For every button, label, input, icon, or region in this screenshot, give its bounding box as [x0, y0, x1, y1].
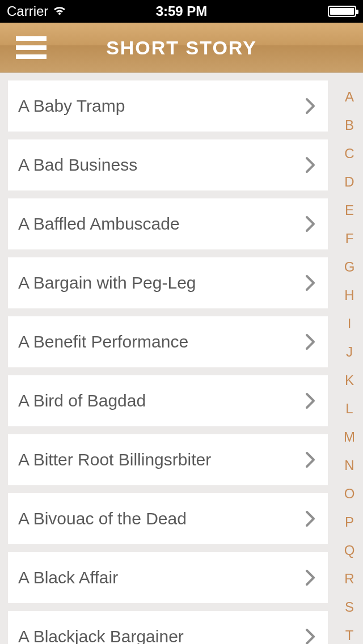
chevron-right-icon — [305, 392, 315, 409]
list-item[interactable]: A Baby Tramp — [8, 80, 328, 132]
list-item[interactable]: A Baffled Ambuscade — [8, 198, 328, 249]
index-letter[interactable]: S — [345, 593, 354, 621]
list-item[interactable]: A Bad Business — [8, 139, 328, 190]
index-letter[interactable]: O — [344, 480, 355, 508]
index-letter[interactable]: L — [345, 395, 353, 423]
chevron-right-icon — [305, 156, 315, 173]
chevron-right-icon — [305, 569, 315, 586]
list-item[interactable]: A Bivouac of the Dead — [8, 493, 328, 544]
battery-icon — [328, 6, 356, 17]
status-right — [323, 6, 356, 17]
list-item-label: A Bird of Bagdad — [18, 391, 146, 410]
list-item[interactable]: A Black Affair — [8, 552, 328, 603]
hamburger-icon — [16, 45, 47, 50]
list-item-label: A Bivouac of the Dead — [18, 509, 187, 528]
index-letter[interactable]: Q — [344, 536, 355, 565]
list-item[interactable]: A Blackjack Bargainer — [8, 611, 328, 644]
chevron-right-icon — [305, 274, 315, 291]
index-letter[interactable]: D — [344, 168, 354, 196]
index-letter[interactable]: J — [346, 338, 353, 366]
content: A Baby TrampA Bad BusinessA Baffled Ambu… — [0, 73, 363, 644]
chevron-right-icon — [305, 510, 315, 527]
list-item-label: A Blackjack Bargainer — [18, 627, 184, 644]
wifi-icon — [52, 3, 67, 19]
list-item-label: A Baby Tramp — [18, 96, 125, 116]
nav-bar: SHORT STORY — [0, 23, 363, 73]
index-letter[interactable]: R — [344, 565, 354, 593]
carrier-label: Carrier — [7, 3, 48, 19]
index-letter[interactable]: P — [345, 508, 354, 536]
chevron-right-icon — [305, 451, 315, 468]
list-item-label: A Bargain with Peg-Leg — [18, 273, 196, 293]
list-item[interactable]: A Bargain with Peg-Leg — [8, 257, 328, 308]
status-left: Carrier — [7, 3, 67, 19]
list-item-label: A Bad Business — [18, 155, 137, 175]
index-letter[interactable]: K — [345, 366, 354, 395]
hamburger-icon — [16, 54, 47, 59]
index-letter[interactable]: C — [344, 139, 354, 168]
story-list[interactable]: A Baby TrampA Bad BusinessA Baffled Ambu… — [0, 73, 336, 644]
page-title: SHORT STORY — [0, 37, 363, 59]
list-item[interactable]: A Bitter Root Billingsrbiter — [8, 434, 328, 485]
list-item[interactable]: A Benefit Performance — [8, 316, 328, 367]
index-letter[interactable]: I — [348, 310, 352, 338]
index-letter[interactable]: E — [345, 196, 354, 224]
index-letter[interactable]: B — [345, 111, 354, 139]
list-item-label: A Black Affair — [18, 568, 118, 587]
index-letter[interactable]: T — [345, 621, 354, 644]
chevron-right-icon — [305, 98, 315, 115]
index-letter[interactable]: M — [344, 423, 355, 451]
chevron-right-icon — [305, 215, 315, 232]
status-bar: Carrier 3:59 PM — [0, 0, 363, 23]
menu-button[interactable] — [16, 36, 47, 59]
hamburger-icon — [16, 36, 47, 41]
list-item-label: A Baffled Ambuscade — [18, 214, 180, 234]
list-item[interactable]: A Bird of Bagdad — [8, 375, 328, 426]
alpha-index[interactable]: ABCDEFGHIJKLMNOPQRST — [336, 73, 363, 644]
chevron-right-icon — [305, 628, 315, 644]
chevron-right-icon — [305, 333, 315, 350]
list-item-label: A Benefit Performance — [18, 332, 188, 351]
index-letter[interactable]: N — [344, 451, 354, 480]
index-letter[interactable]: G — [344, 253, 355, 281]
index-letter[interactable]: F — [345, 224, 354, 253]
index-letter[interactable]: A — [345, 83, 354, 111]
index-letter[interactable]: H — [344, 281, 354, 310]
status-time: 3:59 PM — [156, 3, 208, 19]
list-item-label: A Bitter Root Billingsrbiter — [18, 450, 211, 469]
